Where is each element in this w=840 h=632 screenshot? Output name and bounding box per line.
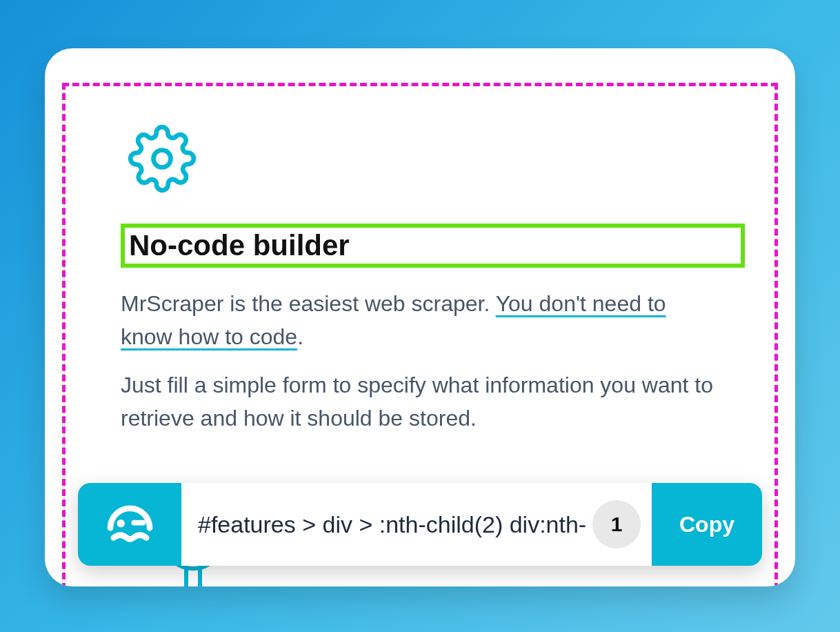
svg-point-0 [154, 150, 171, 168]
svg-point-3 [117, 519, 124, 526]
css-selector-display[interactable]: #features > div > :nth-child(2) div:nth- [181, 483, 592, 566]
feature-paragraph-2: Just fill a simple form to specify what … [121, 368, 719, 435]
devtools-selected-element-highlight: No-code builder [121, 224, 745, 268]
gear-icon [128, 124, 719, 196]
mrscraper-logo-icon [78, 483, 181, 566]
feature-paragraph-1: MrScraper is the easiest web scraper. Yo… [121, 287, 719, 353]
feature-heading: No-code builder [129, 229, 734, 262]
copy-button[interactable]: Copy [652, 483, 762, 566]
paragraph-suffix: . [297, 324, 303, 349]
selector-toolbar: #features > div > :nth-child(2) div:nth-… [78, 483, 762, 566]
card-content: No-code builder MrScraper is the easiest… [72, 76, 768, 435]
paragraph-text: MrScraper is the easiest web scraper. [121, 291, 496, 316]
feature-card: No-code builder MrScraper is the easiest… [45, 48, 795, 586]
match-count-badge: 1 [592, 500, 641, 549]
